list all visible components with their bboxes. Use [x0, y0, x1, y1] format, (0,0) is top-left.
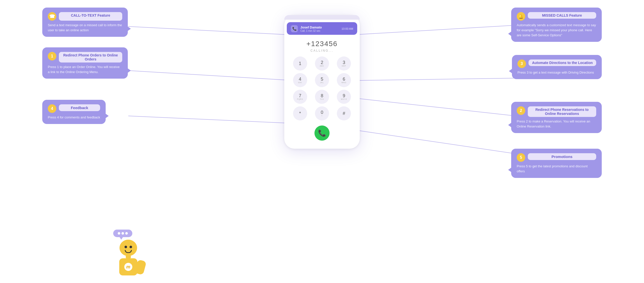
svg-line-5: [345, 97, 516, 116]
reservations-body: Press 2 to make a Reservation. You will …: [517, 119, 596, 129]
call-sub: Call, 1 min 32 sec: [300, 29, 339, 32]
promotions-title: Promotions: [531, 154, 593, 159]
reservations-title-row: 2 Redirect Phone Reservations to Online …: [517, 106, 596, 117]
feature-redirect-orders: 1 Redirect Phone Orders to Online Orders…: [42, 47, 128, 79]
chat-dot-2: [122, 232, 124, 235]
chat-dot-1: [118, 232, 120, 235]
feedback-tail: [105, 113, 109, 118]
auto-directions-tail: [509, 69, 512, 74]
svg-line-2: [128, 116, 296, 123]
redirect-orders-badge: 1: [48, 52, 56, 60]
chatbot: m: [106, 230, 151, 275]
reservations-tail: [508, 122, 512, 128]
feature-missed-calls: 🔔 MISSED CALLS Feature Automatically sen…: [511, 8, 602, 42]
dial-key-5[interactable]: 5 JKL: [315, 73, 329, 87]
bot-logo: m: [124, 263, 132, 271]
missed-calls-badge: 🔔: [517, 12, 525, 21]
svg-line-6: [345, 129, 516, 154]
feature-call-to-text: ☎ CALL-TO-TEXT Feature Send a text messa…: [42, 8, 128, 37]
auto-directions-title: Automate Directions to the Location: [532, 61, 593, 65]
svg-line-3: [345, 25, 516, 35]
call-to-text-body: Send a text message on a missed call to …: [48, 23, 122, 33]
feedback-badge: 4: [48, 104, 56, 113]
dial-key-star[interactable]: *: [293, 106, 307, 120]
dial-key-0[interactable]: 0 +: [315, 106, 329, 120]
bot-smile: [125, 250, 132, 253]
call-time: 10:00 AM: [342, 27, 353, 30]
phone-top-bar: [284, 15, 360, 20]
feedback-title: Feedback: [62, 106, 97, 110]
call-button-row: 📞: [284, 125, 360, 141]
bot-head: [119, 240, 137, 256]
main-scene: 📞 Josef Damato Call, 1 min 32 sec 10:00 …: [0, 0, 644, 283]
redirect-orders-body: Press 1 to place an Order Online. You wi…: [48, 65, 122, 75]
promotions-badge: 5: [517, 153, 525, 162]
dial-key-8[interactable]: 8 TUV: [315, 90, 329, 104]
promotions-title-row: 5 Promotions: [517, 153, 596, 162]
call-to-text-badge: ☎: [48, 12, 56, 21]
call-banner: 📞 Josef Damato Call, 1 min 32 sec 10:00 …: [287, 22, 357, 35]
chat-dots: [118, 232, 128, 235]
caller-name: Josef Damato: [300, 25, 339, 29]
phone: 📞 Josef Damato Call, 1 min 32 sec 10:00 …: [284, 15, 360, 149]
auto-directions-body: Press 3 to get a text message with Drivi…: [517, 70, 596, 75]
bot-arm-right: [134, 259, 146, 275]
bot-eyes: [125, 246, 132, 248]
feature-auto-directions: 3 Automate Directions to the Location Pr…: [512, 55, 602, 79]
feature-promotions: 5 Promotions Press 5 to get the latest p…: [511, 149, 602, 178]
phone-number: +123456: [284, 40, 360, 48]
redirect-orders-title-row: 1 Redirect Phone Orders to Online Orders: [48, 52, 122, 62]
auto-directions-title-row: 3 Automate Directions to the Location: [517, 59, 596, 68]
missed-calls-body: Automatically sends a customized text me…: [517, 23, 596, 38]
svg-line-1: [128, 71, 296, 81]
bot-torso: m: [119, 258, 137, 275]
calling-status: CALLING...: [284, 49, 360, 52]
dialpad: 1 2 ABC 3 DEF 4 GHI 5 JKL 6 MNO: [284, 56, 360, 120]
promotions-tail: [508, 167, 512, 172]
missed-calls-title-row: 🔔 MISSED CALLS Feature: [517, 12, 596, 21]
dial-key-2[interactable]: 2 ABC: [315, 56, 329, 71]
chat-dot-3: [125, 232, 128, 235]
svg-line-4: [345, 78, 516, 81]
call-to-text-title-row: ☎ CALL-TO-TEXT Feature: [48, 12, 122, 21]
call-info: Josef Damato Call, 1 min 32 sec: [300, 25, 339, 32]
dial-key-7[interactable]: 7 PQRS: [293, 90, 307, 104]
missed-calls-title: MISSED CALLS Feature: [531, 13, 593, 17]
redirect-orders-title: Redirect Phone Orders to Online Orders: [62, 53, 119, 61]
bot-body: m: [106, 240, 151, 275]
feature-reservations: 2 Redirect Phone Reservations to Online …: [511, 102, 602, 133]
feedback-title-row: 4 Feedback: [48, 104, 100, 113]
auto-directions-badge: 3: [517, 59, 526, 68]
dial-key-hash[interactable]: #: [337, 106, 351, 120]
missed-calls-tail: [508, 31, 512, 36]
dial-key-9[interactable]: 9 WXYZ: [337, 90, 351, 104]
redirect-orders-tail: [127, 68, 131, 73]
feature-feedback: 4 Feedback Press 4 for comments and feed…: [42, 100, 106, 124]
dial-key-1[interactable]: 1: [293, 56, 307, 71]
promotions-body: Press 5 to get the latest promotions and…: [517, 164, 596, 174]
reservations-badge: 2: [517, 106, 525, 115]
call-button[interactable]: 📞: [314, 125, 330, 141]
svg-line-0: [128, 26, 299, 35]
dial-key-6[interactable]: 6 MNO: [337, 73, 351, 87]
call-button-icon: 📞: [318, 129, 326, 137]
feedback-body: Press 4 for comments and feedback: [48, 115, 100, 120]
call-to-text-title: CALL-TO-TEXT Feature: [62, 13, 119, 17]
bot-eye-right: [130, 246, 132, 248]
reservations-title: Redirect Phone Reservations to Online Re…: [531, 108, 593, 116]
dial-key-4[interactable]: 4 GHI: [293, 73, 307, 87]
call-icon: 📞: [291, 25, 298, 32]
bot-eye-left: [125, 246, 127, 248]
call-to-text-tail: [127, 26, 131, 31]
dial-key-3[interactable]: 3 DEF: [337, 56, 351, 71]
chat-bubble: [113, 230, 132, 237]
